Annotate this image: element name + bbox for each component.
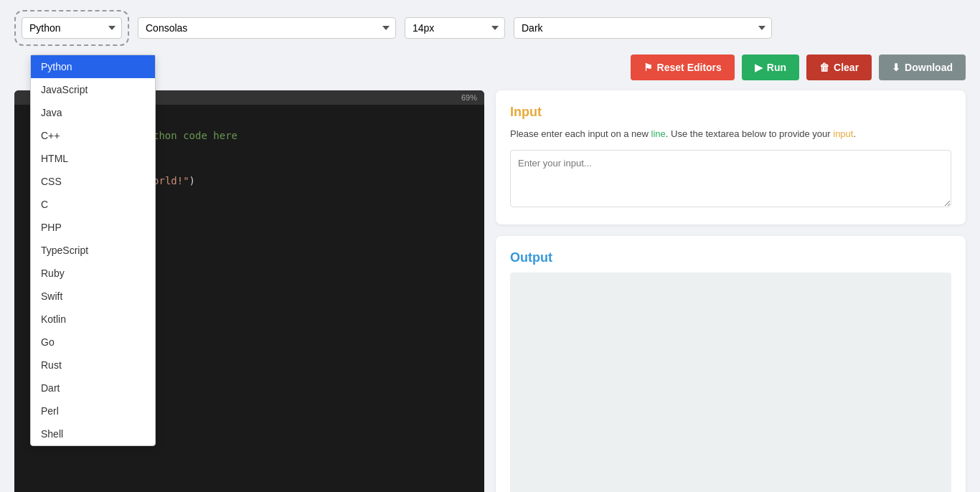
toolbar: Python Python JavaScript Java C++ HTML C… xyxy=(0,0,980,90)
input-desc-part1: Please enter each input on a new xyxy=(510,128,651,139)
dropdown-item-go[interactable]: Go xyxy=(31,331,155,354)
dropdown-item-javascript[interactable]: JavaScript xyxy=(31,78,155,101)
dropdown-item-css[interactable]: CSS xyxy=(31,170,155,193)
download-icon: ⬇ xyxy=(892,62,900,73)
font-size-select[interactable]: 14px 12px 16px 18px xyxy=(405,17,505,39)
dropdown-item-cpp[interactable]: C++ xyxy=(31,124,155,147)
run-label: Run xyxy=(767,62,786,73)
dropdown-item-c[interactable]: C xyxy=(31,193,155,216)
input-description: Please enter each input on a new line. U… xyxy=(510,127,951,141)
dropdown-item-dart[interactable]: Dart xyxy=(31,377,155,399)
input-desc-part2: . Use the textarea below to provide your xyxy=(666,128,833,139)
dropdown-item-python[interactable]: Python xyxy=(31,55,155,78)
run-button[interactable]: ▶ Run xyxy=(742,55,799,80)
right-panel: Input Please enter each input on a new l… xyxy=(496,90,966,492)
clear-button[interactable]: 🗑 Clear xyxy=(806,55,872,80)
output-title: Output xyxy=(510,250,951,265)
toolbar-actions: ⚑ Reset Editors ▶ Run 🗑 Clear ⬇ Download xyxy=(631,55,966,80)
output-content xyxy=(510,273,951,493)
input-desc-line: line xyxy=(651,128,666,139)
input-title: Input xyxy=(510,105,951,120)
dropdown-item-typescript[interactable]: TypeScript xyxy=(31,239,155,262)
trash-icon: 🗑 xyxy=(819,62,829,73)
language-select[interactable]: Python xyxy=(22,17,122,39)
input-desc-part3: . xyxy=(853,128,856,139)
reset-editors-button[interactable]: ⚑ Reset Editors xyxy=(631,55,735,80)
output-panel: Output xyxy=(496,236,966,493)
input-panel: Input Please enter each input on a new l… xyxy=(496,90,966,224)
dropdown-item-perl[interactable]: Perl xyxy=(31,399,155,422)
font-select[interactable]: Consolas Courier New Fira Code Monaco xyxy=(138,17,396,39)
reset-label: Reset Editors xyxy=(657,62,722,73)
dropdown-item-java[interactable]: Java xyxy=(31,101,155,124)
dropdown-item-rust[interactable]: Rust xyxy=(31,354,155,377)
download-label: Download xyxy=(905,62,953,73)
dropdown-item-swift[interactable]: Swift xyxy=(31,285,155,308)
dropdown-item-php[interactable]: PHP xyxy=(31,216,155,239)
play-icon: ▶ xyxy=(755,62,763,73)
input-desc-input: input xyxy=(833,128,853,139)
flag-icon: ⚑ xyxy=(644,62,653,73)
dropdown-item-ruby[interactable]: Ruby xyxy=(31,262,155,285)
dropdown-item-shell[interactable]: Shell xyxy=(31,422,155,445)
dropdown-item-html[interactable]: HTML xyxy=(31,147,155,170)
theme-select[interactable]: Dark Light Monokai Solarized xyxy=(514,17,772,39)
clear-label: Clear xyxy=(834,62,859,73)
input-textarea[interactable] xyxy=(510,150,951,207)
dropdown-item-kotlin[interactable]: Kotlin xyxy=(31,308,155,331)
code-paren-close: ) xyxy=(189,175,195,186)
language-dropdown[interactable]: Python JavaScript Java C++ HTML CSS C PH… xyxy=(30,55,156,446)
language-selector-area: Python Python JavaScript Java C++ HTML C… xyxy=(14,10,129,46)
download-button[interactable]: ⬇ Download xyxy=(879,55,966,80)
